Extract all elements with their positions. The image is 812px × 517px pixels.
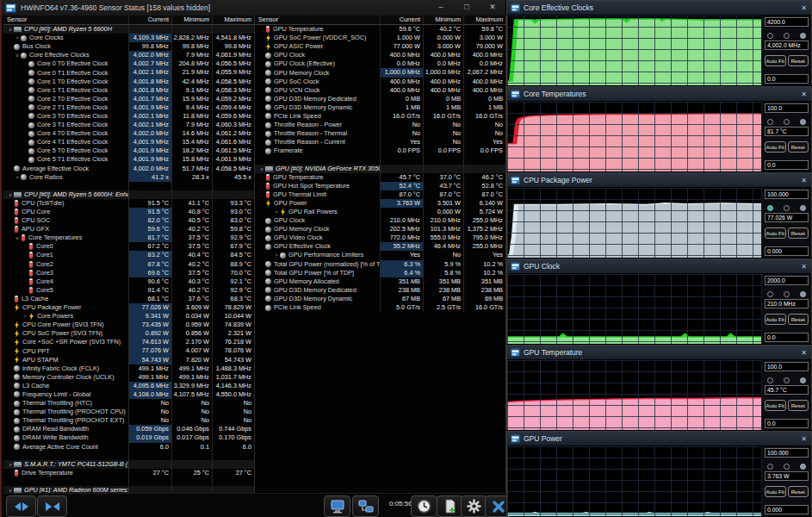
sensor-row[interactable]: GPU Memory Clock202.5 MHz101.3 MHz1,375.… <box>255 225 505 234</box>
sensor-row[interactable]: Core 5 T0 Effective Clock4,001.9 MHz18.2… <box>3 146 254 155</box>
reset-button[interactable]: Reset <box>788 55 809 66</box>
graph-titlebar[interactable]: Core Temperatures✕ <box>507 87 811 102</box>
sensor-row[interactable]: Core 4 T1 Effective Clock4,001.9 MHz15.4… <box>3 138 254 146</box>
sensor-row[interactable]: CPU Package Power77.026 W3.609 W78.829 W <box>3 303 254 312</box>
sensor-row[interactable]: PCIe Link Speed5.0 GT/s2.5 GT/s16.0 GT/s <box>255 303 505 312</box>
settings-button[interactable] <box>461 495 487 517</box>
scale-max-value[interactable]: 100.000 <box>765 448 809 458</box>
sensor-row[interactable]: Core591.4 °C40.2 °C92.9 °C <box>3 286 254 295</box>
reset-button[interactable]: Reset <box>788 141 809 153</box>
sensor-row[interactable]: APU STAPM54.743 W7.820 W54.743 W <box>3 356 254 364</box>
radio-button[interactable] <box>800 205 806 211</box>
sensor-row[interactable]: GPU SoC Power (VDDCR_SOC)1.000 W0.000 W3… <box>255 34 505 42</box>
radio-button[interactable] <box>784 291 790 297</box>
col-sensor[interactable]: Sensor <box>3 16 128 24</box>
sensor-row[interactable]: GPU D3D Memory Dedicated238 MB238 MB238 … <box>255 286 505 295</box>
scale-max-value[interactable]: 2000.0 <box>765 276 809 285</box>
sensor-row[interactable]: CPU Core Power (SVI3 TFN)73.435 W0.959 W… <box>3 321 254 329</box>
sensor-row[interactable]: Thermal Throttling (PROCHOT CPU)NoNoNo <box>3 408 254 416</box>
radio-button[interactable] <box>784 205 790 211</box>
logging-clock-button[interactable] <box>411 495 437 517</box>
chevron-right-icon[interactable]: > <box>14 173 21 182</box>
sensor-row[interactable]: Bus Clock99.8 MHz99.8 MHz99.8 MHz <box>3 42 254 51</box>
scale-max-value[interactable]: 100.000 <box>765 190 809 199</box>
sensor-row[interactable]: GPU Video Clock772.0 MHz555.0 MHz795.0 M… <box>255 234 505 242</box>
col-minimum[interactable]: Minimum <box>423 16 463 24</box>
sensor-group-row[interactable]: vCPU [#0]: AMD Ryzen 5 6600H: Enhanced <box>3 190 254 199</box>
graph-titlebar[interactable]: Core Effective Clocks✕ <box>507 1 811 16</box>
sensor-row[interactable]: DRAM Write Bandwidth0.019 Gbps0.017 Gbps… <box>3 433 254 442</box>
col-current[interactable]: Current <box>128 16 171 24</box>
sensor-row[interactable]: vCore Effective Clocks4,002.0 MHz7.9 MHz… <box>3 51 254 59</box>
sensor-row[interactable]: Core369.6 °C37.5 °C70.0 °C <box>3 269 254 277</box>
radio-button[interactable] <box>767 119 773 125</box>
sensor-row[interactable]: GPU D3D Memory Dynamic67 MB67 MB69 MB <box>255 295 505 303</box>
sensor-row[interactable]: GPU Memory Clock1,000.0 MHz1,000.0 MHz2,… <box>255 68 505 77</box>
col-maximum[interactable]: Maximum <box>212 16 254 24</box>
maximize-icon[interactable]: □ <box>454 1 480 15</box>
sensor-row[interactable]: Core +SoC +SR Power (SVI3 TFN)74.613 W2.… <box>3 338 254 346</box>
sensor-row[interactable]: Core 0 T1 Effective Clock4,002.1 MHz21.9… <box>3 68 254 77</box>
close-icon[interactable]: ✕ <box>480 1 505 15</box>
sensor-row[interactable]: GPU VCN Clock400.0 MHz400.0 MHz400.0 MHz <box>255 86 505 95</box>
sensor-row[interactable]: Framerate0.0 FPS0.0 FPS0.0 FPS <box>255 146 505 155</box>
radio-button[interactable] <box>784 377 790 383</box>
sensor-row[interactable]: Core490.6 °C40.3 °C92.1 °C <box>3 277 254 286</box>
close-icon[interactable]: ✕ <box>801 177 807 184</box>
sensor-row[interactable]: GPU Effective Clock55.2 MHz46.4 MHz255.0… <box>255 242 505 251</box>
sensor-row[interactable]: >Core Ratios41.2 x28.3 x45.5 x <box>3 173 254 182</box>
radio-button[interactable] <box>800 119 806 125</box>
scale-min-value[interactable]: 0.0 <box>765 419 809 428</box>
sensor-row[interactable]: GPU Clock400.0 MHz400.0 MHz400.0 MHz <box>255 51 505 59</box>
table-header[interactable]: Sensor Current Minimum Maximum <box>3 16 254 25</box>
sensor-row[interactable]: Memory Controller Clock (UCLK)499.1 MHz4… <box>3 373 254 382</box>
window-titlebar[interactable]: HWiNFO64 v7.36-4960 Sensor Status [158 v… <box>2 0 505 16</box>
radio-button[interactable] <box>800 291 806 297</box>
chevron-down-icon[interactable]: v <box>14 234 21 242</box>
sensor-row[interactable]: Throttle Reason - CurrentYesNoYes <box>255 138 505 146</box>
col-minimum[interactable]: Minimum <box>171 16 212 24</box>
scale-min-value[interactable]: 0.000 <box>765 505 809 514</box>
radio-button[interactable] <box>767 205 773 211</box>
sensor-row[interactable]: Core 3 T0 Effective Clock4,002.1 MHz11.8… <box>3 112 254 121</box>
col-sensor[interactable]: Sensor <box>255 16 380 24</box>
sensor-group-row[interactable]: vCPU [#0]: AMD Ryzen 5 6600H <box>3 25 254 34</box>
scale-min-value[interactable]: 0.000 <box>765 246 809 256</box>
radio-button[interactable] <box>767 291 773 297</box>
sensor-row[interactable]: CPU SOC82.0 °C40.5 °C83.0 °C <box>3 216 254 225</box>
sensor-row[interactable]: CPU (Tctl/Tdie)91.5 °C41.1 °C93.3 °C <box>3 199 254 208</box>
auto-fit-button[interactable]: Auto Fit <box>765 141 786 153</box>
sensor-row[interactable]: Frequency Limit - Global4,108.0 MHz4,107… <box>3 390 254 399</box>
radio-button[interactable] <box>767 377 773 383</box>
scale-min-value[interactable]: 0.0 <box>765 160 809 170</box>
reset-button[interactable]: Reset <box>788 314 809 325</box>
close-icon[interactable]: ✕ <box>801 435 807 443</box>
sensor-row[interactable]: Core 4 T0 Effective Clock4,002.0 MHz14.6… <box>3 129 254 138</box>
sensor-row[interactable]: GPU Temperature59.6 °C40.2 °C59.8 °C <box>255 25 505 34</box>
sensor-row[interactable]: GPU D3D Memory Dynamic1 MB1 MB1 MB <box>255 103 505 112</box>
scale-min-value[interactable]: 0.0 <box>765 74 809 84</box>
chevron-right-icon[interactable]: > <box>14 34 21 42</box>
close-icon[interactable]: ✕ <box>801 90 807 98</box>
scale-max-value[interactable]: 4200.0 <box>765 17 809 27</box>
auto-fit-button[interactable]: Auto Fit <box>765 400 786 411</box>
auto-fit-button[interactable]: Auto Fit <box>765 486 786 497</box>
sensor-row[interactable]: Average Effective Clock4,002.0 MHz51.7 M… <box>3 165 254 173</box>
close-icon[interactable]: ✕ <box>801 349 807 357</box>
close-icon[interactable]: ✕ <box>801 263 807 271</box>
sensor-row[interactable]: Core067.2 °C37.5 °C67.9 °C <box>3 242 254 251</box>
sensor-row[interactable]: Total GPU Power (normalized) [% of TDP]6… <box>255 260 505 269</box>
radio-button[interactable] <box>784 464 790 470</box>
sensor-row[interactable]: Core 0 T0 Effective Clock4,002.7 MHz204.… <box>3 59 254 68</box>
scale-max-value[interactable]: 100.0 <box>765 103 809 113</box>
sensor-row[interactable]: Core 2 T0 Effective Clock4,001.7 MHz15.9… <box>3 95 254 103</box>
sensor-row[interactable]: Drive Temperature27 °C25 °C27 °C <box>3 469 254 477</box>
scale-min-value[interactable]: 0.0 <box>765 333 809 342</box>
expand-columns-button[interactable] <box>6 495 36 517</box>
sensor-row[interactable]: GPU Temperature45.7 °C37.0 °C46.2 °C <box>255 173 505 182</box>
graph-titlebar[interactable]: GPU Temperature✕ <box>507 346 811 360</box>
close-icon[interactable]: ✕ <box>801 4 807 12</box>
sensor-row[interactable]: Core 2 T1 Effective Clock4,001.9 MHz9.4 … <box>3 103 254 112</box>
reset-button[interactable]: Reset <box>788 227 809 239</box>
sensor-row[interactable]: DRAM Read Bandwidth0.059 Gbps0.046 Gbps0… <box>3 425 254 433</box>
